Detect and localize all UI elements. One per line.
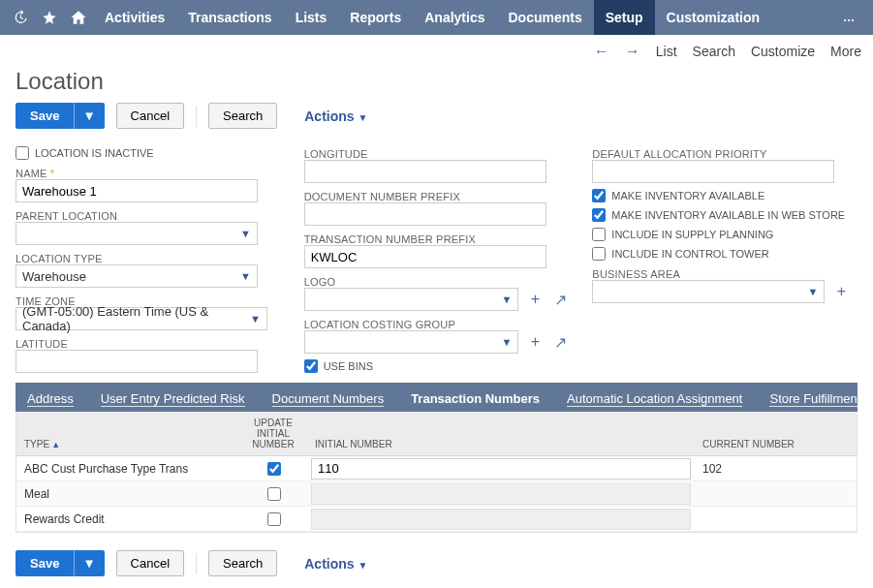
history-icon[interactable] <box>6 0 35 35</box>
search-button-bottom[interactable]: Search <box>208 550 277 576</box>
inv-web-label: MAKE INVENTORY AVAILABLE IN WEB STORE <box>611 209 845 221</box>
home-icon[interactable] <box>64 0 93 35</box>
open-external-icon[interactable]: ↗ <box>551 333 569 352</box>
add-icon[interactable]: + <box>832 283 850 300</box>
chevron-down-icon: ▼ <box>807 286 818 297</box>
tower-label: INCLUDE IN CONTROL TOWER <box>611 248 768 260</box>
nav-item-transactions[interactable]: Transactions <box>176 0 283 35</box>
chevron-down-icon: ▼ <box>250 313 261 325</box>
allocprio-input[interactable] <box>592 160 834 183</box>
txnprefix-input[interactable] <box>304 245 546 268</box>
table-row[interactable]: Meal <box>16 481 857 507</box>
inv-avail-label: MAKE INVENTORY AVAILABLE <box>611 190 764 201</box>
usebins-checkbox[interactable] <box>304 359 318 373</box>
cancel-button[interactable]: Cancel <box>116 103 184 129</box>
forward-arrow-icon[interactable]: → <box>625 43 640 60</box>
save-button-bottom[interactable]: Save <box>16 550 74 576</box>
divider <box>196 553 197 574</box>
nav-item-analytics[interactable]: Analytics <box>413 0 496 35</box>
tower-row[interactable]: INCLUDE IN CONTROL TOWER <box>592 247 857 261</box>
bottom-action-bar: Save ▼ Cancel Search Actions ▼ <box>0 533 873 588</box>
chevron-down-icon: ▼ <box>501 336 512 348</box>
nav-item-customization[interactable]: Customization <box>655 0 771 35</box>
form-col-left: LOCATION IS INACTIVE NAME PARENT LOCATIO… <box>16 140 281 373</box>
usebins-row[interactable]: USE BINS <box>304 359 570 373</box>
inactive-checkbox[interactable] <box>16 146 29 160</box>
divider <box>196 106 197 127</box>
cell-type: Rewards Credit <box>16 512 239 526</box>
inv-avail-row[interactable]: MAKE INVENTORY AVAILABLE <box>592 189 857 202</box>
tab-store-fulfillment[interactable]: Store Fulfillment <box>765 386 857 412</box>
add-icon[interactable]: + <box>526 291 544 308</box>
inactive-checkbox-row[interactable]: LOCATION IS INACTIVE <box>16 146 281 160</box>
cell-initial <box>307 483 695 505</box>
long-input[interactable] <box>304 160 546 183</box>
save-dropdown-button[interactable]: ▼ <box>74 103 104 129</box>
search-button[interactable]: Search <box>208 103 277 129</box>
open-external-icon[interactable]: ↗ <box>551 291 569 309</box>
cell-initial <box>307 458 695 480</box>
chevron-down-icon: ▼ <box>240 270 251 282</box>
cell-current: 102 <box>695 462 857 476</box>
table-row[interactable]: ABC Cust Purchase Type Trans102 <box>16 456 857 481</box>
cell-update <box>239 484 307 504</box>
update-checkbox[interactable] <box>267 512 281 526</box>
save-button[interactable]: Save <box>16 103 74 129</box>
save-dropdown-button-bottom[interactable]: ▼ <box>74 550 104 576</box>
inv-web-row[interactable]: MAKE INVENTORY AVAILABLE IN WEB STORE <box>592 208 857 222</box>
tab-user-entry-predicted-risk[interactable]: User Entry Predicted Risk <box>97 386 249 412</box>
docprefix-input[interactable] <box>304 202 546 226</box>
table-row[interactable]: Rewards Credit <box>16 507 857 532</box>
subnav-more[interactable]: More <box>830 44 861 59</box>
initial-number-input <box>311 483 691 505</box>
update-checkbox[interactable] <box>267 462 281 476</box>
nav-item-documents[interactable]: Documents <box>496 0 593 35</box>
type-select[interactable]: Warehouse▼ <box>16 264 258 288</box>
subnav-search[interactable]: Search <box>693 44 735 59</box>
chevron-down-icon: ▼ <box>240 228 251 239</box>
name-input[interactable] <box>16 179 258 202</box>
costgroup-label: LOCATION COSTING GROUP <box>304 319 570 330</box>
inv-avail-checkbox[interactable] <box>592 189 606 202</box>
tab-bar: AddressUser Entry Predicted RiskDocument… <box>16 383 857 412</box>
bizarea-select[interactable]: ▼ <box>592 280 825 303</box>
actions-menu-bottom[interactable]: Actions ▼ <box>304 556 367 572</box>
update-checkbox[interactable] <box>267 487 281 501</box>
subnav-list[interactable]: List <box>656 44 677 59</box>
parent-select[interactable]: ▼ <box>16 222 258 245</box>
subnav-customize[interactable]: Customize <box>751 44 815 59</box>
top-nav: ActivitiesTransactionsListsReportsAnalyt… <box>0 0 873 35</box>
col-type[interactable]: TYPE▲ <box>16 412 239 455</box>
initial-number-input[interactable] <box>311 458 691 480</box>
col-update[interactable]: UPDATE INITIAL NUMBER <box>239 412 307 455</box>
name-label: NAME <box>16 168 281 179</box>
tab-automatic-location-assignment[interactable]: Automatic Location Assignment <box>563 386 746 412</box>
action-bar: Save ▼ Cancel Search Actions ▼ <box>16 103 857 129</box>
nav-item-activities[interactable]: Activities <box>93 0 176 35</box>
tab-transaction-numbers[interactable]: Transaction Numbers <box>407 386 544 412</box>
usebins-label: USE BINS <box>324 360 373 372</box>
tower-checkbox[interactable] <box>592 247 606 261</box>
col-current[interactable]: CURRENT NUMBER <box>695 412 857 455</box>
nav-item-reports[interactable]: Reports <box>338 0 413 35</box>
cancel-button-bottom[interactable]: Cancel <box>116 550 184 576</box>
add-icon[interactable]: + <box>526 333 544 351</box>
nav-item-setup[interactable]: Setup <box>594 0 655 35</box>
lat-input[interactable] <box>16 350 258 373</box>
supply-row[interactable]: INCLUDE IN SUPPLY PLANNING <box>592 228 857 241</box>
back-arrow-icon[interactable]: ← <box>594 43 609 60</box>
parent-label: PARENT LOCATION <box>16 210 281 222</box>
costgroup-select[interactable]: ▼ <box>304 330 519 354</box>
supply-checkbox[interactable] <box>592 228 606 241</box>
actions-menu[interactable]: Actions ▼ <box>304 108 367 124</box>
long-label: LONGITUDE <box>304 148 570 160</box>
tab-address[interactable]: Address <box>23 386 78 412</box>
nav-overflow-icon[interactable]: … <box>832 11 867 24</box>
star-icon[interactable] <box>35 0 64 35</box>
tab-document-numbers[interactable]: Document Numbers <box>268 386 389 412</box>
nav-item-lists[interactable]: Lists <box>284 0 339 35</box>
inv-web-checkbox[interactable] <box>592 208 606 222</box>
tz-select[interactable]: (GMT-05:00) Eastern Time (US & Canada)▼ <box>16 307 267 330</box>
col-initial[interactable]: INITIAL NUMBER <box>307 412 695 455</box>
logo-select[interactable]: ▼ <box>304 288 519 311</box>
